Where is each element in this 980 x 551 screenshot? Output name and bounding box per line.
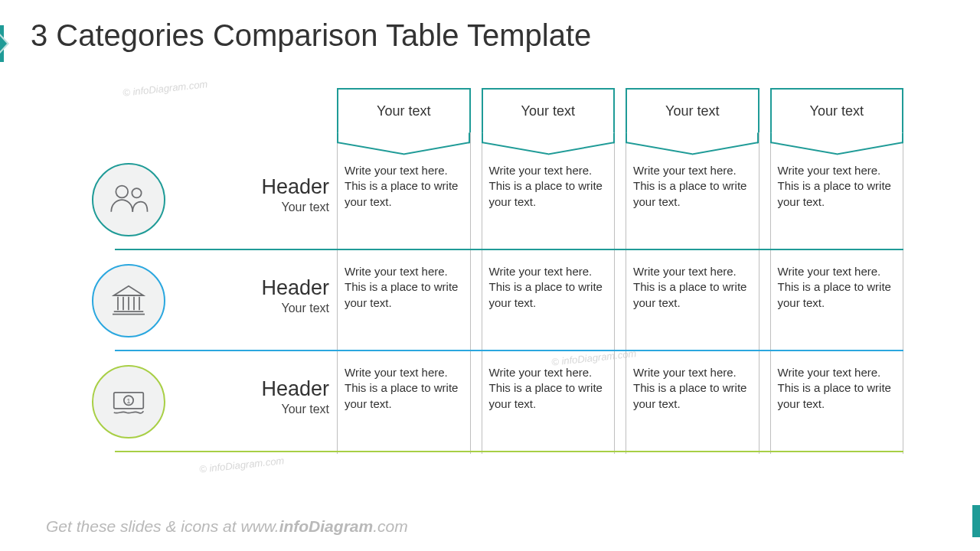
- table-row: Header Your text Write your text here. T…: [92, 149, 903, 250]
- watermark: © infoDiagram.com: [122, 78, 208, 99]
- cell: Write your text here. This is a place to…: [337, 157, 471, 216]
- row-title: Header: [184, 276, 329, 300]
- table-row: Header Your text Write your text here. T…: [92, 250, 903, 351]
- footer-brand: infoDiagram: [279, 517, 374, 535]
- row-cells: Write your text here. This is a place to…: [337, 258, 903, 317]
- corner-accent: [972, 505, 980, 537]
- row-subtitle: Your text: [184, 403, 329, 416]
- cell: Write your text here. This is a place to…: [337, 359, 471, 418]
- cell: Write your text here. This is a place to…: [770, 157, 904, 216]
- cell: Write your text here. This is a place to…: [337, 258, 471, 317]
- cell: Write your text here. This is a place to…: [626, 157, 760, 216]
- cell: Write your text here. This is a place to…: [482, 359, 616, 418]
- rows: Header Your text Write your text here. T…: [92, 149, 903, 452]
- bank-icon: [107, 279, 150, 322]
- column-header: Your text: [482, 88, 616, 132]
- column-header: Your text: [337, 88, 471, 132]
- table-row: 1 Header Your text Write your text here.…: [92, 351, 903, 452]
- footer-credit: Get these slides & icons at www.infoDiag…: [46, 517, 408, 536]
- column-header-label: Your text: [377, 103, 430, 119]
- row-cells: Write your text here. This is a place to…: [337, 359, 903, 418]
- row-subtitle: Your text: [184, 201, 329, 214]
- row-header: Header Your text: [184, 175, 329, 214]
- row-subtitle: Your text: [184, 302, 329, 315]
- column-headers: Your text Your text Your text Your text: [337, 88, 903, 132]
- row-cells: Write your text here. This is a place to…: [337, 157, 903, 216]
- cell: Write your text here. This is a place to…: [770, 258, 904, 317]
- row-title: Header: [184, 175, 329, 199]
- cell: Write your text here. This is a place to…: [626, 359, 760, 418]
- svg-text:1: 1: [127, 397, 131, 405]
- watermark: © infoDiagram.com: [199, 455, 285, 475]
- column-header: Your text: [770, 88, 904, 132]
- svg-point-1: [132, 188, 141, 197]
- row-title: Header: [184, 377, 329, 401]
- row-header: Header Your text: [184, 377, 329, 416]
- money-icon: 1: [107, 380, 150, 423]
- cell: Write your text here. This is a place to…: [482, 258, 616, 317]
- title-accent-notch-inner: [0, 36, 7, 51]
- page-title: 3 Categories Comparison Table Template: [31, 18, 591, 53]
- column-header-label: Your text: [521, 103, 575, 119]
- footer-prefix: Get these slides & icons at www.: [46, 517, 279, 535]
- row-icon-circle: 1: [92, 365, 165, 439]
- column-header: Your text: [626, 88, 760, 132]
- cell: Write your text here. This is a place to…: [626, 258, 760, 317]
- row-underline: [115, 451, 903, 452]
- row-header: Header Your text: [184, 276, 329, 315]
- svg-point-0: [116, 186, 128, 198]
- column-header-label: Your text: [810, 103, 864, 119]
- cell: Write your text here. This is a place to…: [770, 359, 904, 418]
- people-icon: [107, 178, 150, 221]
- footer-suffix: .com: [373, 517, 408, 535]
- column-header-label: Your text: [665, 103, 719, 119]
- cell: Write your text here. This is a place to…: [482, 157, 616, 216]
- row-icon-circle: [92, 163, 165, 236]
- row-icon-circle: [92, 264, 165, 337]
